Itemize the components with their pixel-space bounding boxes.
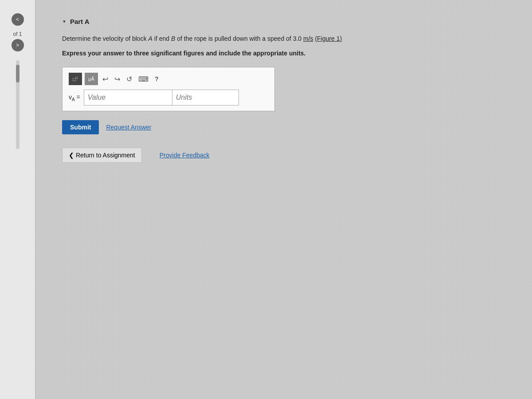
format-button-1[interactable]: □□ xyxy=(69,73,82,85)
question-part2: if end xyxy=(153,35,171,42)
request-answer-button[interactable]: Request Answer xyxy=(106,124,151,131)
next-icon: > xyxy=(16,42,19,48)
undo-button[interactable]: ↩ xyxy=(101,74,110,84)
part-header: ▼ Part A xyxy=(62,18,505,25)
redo-icon: ↪ xyxy=(114,75,120,83)
redo-button[interactable]: ↪ xyxy=(113,74,122,84)
collapse-arrow-icon[interactable]: ▼ xyxy=(62,19,66,24)
main-content: ▼ Part A Determine the velocity of block… xyxy=(35,0,532,399)
reset-button[interactable]: ↺ xyxy=(125,74,134,84)
question-text: Determine the velocity of block A if end… xyxy=(62,34,505,43)
input-row: vA = xyxy=(69,90,268,106)
format-icon-1: □□ xyxy=(73,76,78,82)
units-underline: m/s xyxy=(303,35,313,42)
toolbar-row: □□ μÅ ↩ ↪ ↺ ⌨ ? xyxy=(69,73,268,85)
part-title: Part A xyxy=(70,18,90,25)
undo-icon: ↩ xyxy=(102,75,108,83)
scrollbar-thumb[interactable] xyxy=(16,65,20,82)
value-input[interactable] xyxy=(84,90,172,106)
greek-mu-icon: μÅ xyxy=(88,76,94,82)
prev-icon: < xyxy=(16,16,19,23)
page-info: of 1 xyxy=(13,31,22,37)
buttons-row: Submit Request Answer xyxy=(62,120,505,134)
next-button[interactable]: > xyxy=(12,39,24,51)
return-to-assignment-button[interactable]: ❮ Return to Assignment xyxy=(62,148,142,163)
figure-link[interactable]: (Figure 1) xyxy=(315,35,342,42)
scrollbar[interactable] xyxy=(16,60,20,149)
variable-subscript: A xyxy=(72,97,75,102)
sidebar: < of 1 > xyxy=(0,0,35,399)
submit-button[interactable]: Submit xyxy=(62,120,99,134)
instruction-text: Express your answer to three significant… xyxy=(62,49,505,58)
keyboard-button[interactable]: ⌨ xyxy=(137,74,150,84)
block-A-label: A xyxy=(149,35,153,42)
question-part1: Determine the velocity of block xyxy=(62,35,149,42)
greek-mu-button[interactable]: μÅ xyxy=(85,73,98,85)
variable-label: vA = xyxy=(69,94,80,102)
provide-feedback-button[interactable]: Provide Feedback xyxy=(160,152,210,159)
reset-icon: ↺ xyxy=(126,75,132,83)
block-B-label: B xyxy=(171,35,175,42)
answer-box: □□ μÅ ↩ ↪ ↺ ⌨ ? vA = xyxy=(62,67,275,111)
units-input[interactable] xyxy=(172,90,239,106)
help-icon[interactable]: ? xyxy=(155,75,159,82)
sidebar-navigation: < of 1 > xyxy=(12,13,24,51)
question-part3: of the rope is pulled down with a speed … xyxy=(175,35,313,42)
bottom-row: ❮ Return to Assignment Provide Feedback xyxy=(62,148,505,163)
keyboard-icon: ⌨ xyxy=(138,75,149,83)
prev-button[interactable]: < xyxy=(12,13,24,26)
